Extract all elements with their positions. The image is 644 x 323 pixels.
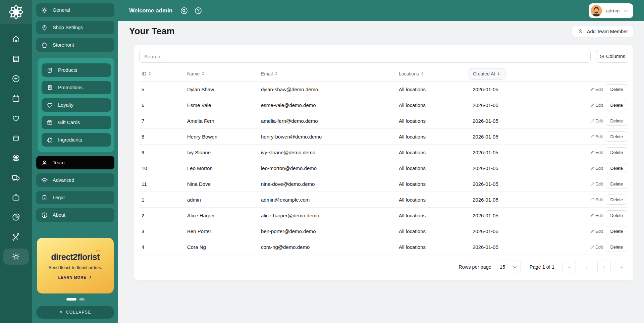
delete-button[interactable]: Delete [606,147,627,157]
sidebar-item-general[interactable]: General [36,3,114,17]
collapse-label: COLLAPSE [66,310,91,315]
sidebar-item-ingredients[interactable]: Ingredients [42,133,111,147]
cell-locations: All locations [399,102,473,108]
column-header-id[interactable]: ID [142,71,187,76]
user-menu[interactable]: admin [589,3,633,18]
edit-button[interactable]: Edit [590,245,603,250]
sidebar-item-shop-settings[interactable]: Shop Settings [36,21,114,34]
collapse-button[interactable]: « COLLAPSE [36,306,114,319]
previous-page-button[interactable]: ‹ [580,261,593,273]
briefcase-icon[interactable] [3,189,29,205]
sidebar-item-advanced[interactable]: Advanced [36,173,114,187]
chevron-down-icon [623,8,629,13]
search-icon[interactable] [180,6,189,15]
storefront-icon[interactable] [3,51,29,67]
edit-button[interactable]: Edit [590,197,603,202]
delete-button[interactable]: Delete [606,84,627,94]
puzzle-icon [46,137,53,144]
edit-button[interactable]: Edit [590,150,603,155]
cell-actions: Edit Delete [562,116,628,126]
last-page-button[interactable]: » [615,261,628,273]
sidebar-item-label: Products [58,67,77,73]
cell-locations: All locations [399,197,473,203]
columns-button[interactable]: Columns [596,50,628,63]
cell-email: cora-ng@demo.demo [261,244,399,250]
delete-button[interactable]: Delete [606,163,627,173]
edit-button[interactable]: Edit [590,118,603,123]
next-page-button[interactable]: › [597,261,611,273]
learn-more-button[interactable]: LEARN MORE [58,275,93,279]
search-input[interactable] [139,50,591,63]
sidebar-item-label: General [53,7,70,13]
delete-button[interactable]: Delete [606,210,627,220]
column-header-locations[interactable]: Locations [399,71,473,76]
sidebar-item-team[interactable]: Team [36,156,114,169]
sidebar-item-promotions[interactable]: Promotions [42,81,111,94]
settings-gear-icon[interactable] [3,249,29,265]
edit-button[interactable]: Edit [590,213,603,218]
delete-button[interactable]: Delete [606,100,627,110]
home-icon[interactable] [3,31,29,47]
cell-actions: Edit Delete [562,195,628,205]
sidebar-item-products[interactable]: Products [42,63,111,77]
inventory-box-icon[interactable] [3,130,29,146]
delete-button[interactable]: Delete [606,131,627,142]
pencil-icon [590,229,594,233]
help-icon[interactable] [194,6,203,15]
sidebar-item-label: Shop Settings [53,25,83,30]
edit-button[interactable]: Edit [590,229,603,234]
carousel-dot-active[interactable] [66,298,76,301]
calendar-icon[interactable] [3,90,29,106]
edit-button-label: Edit [595,87,603,92]
pie-chart-icon[interactable] [3,209,29,225]
sidebar-item-label: Ingredients [58,137,82,143]
user-name: admin [606,8,620,13]
sidebar-item-loyalty[interactable]: Loyalty [42,98,111,112]
delete-button[interactable]: Delete [606,226,627,236]
cell-name: Cora Ng [187,244,261,250]
carousel-dot[interactable] [79,298,85,301]
heart-icon[interactable] [3,110,29,126]
sidebar-item-about[interactable]: About [36,208,114,222]
column-header-created-at[interactable]: Created At [473,68,562,79]
edit-button[interactable]: Edit [590,181,603,186]
sidebar-item-label: About [53,212,65,218]
people-icon[interactable] [3,150,29,166]
delete-button[interactable]: Delete [606,195,627,205]
cell-name: Dylan Shaw [187,87,261,92]
first-page-button[interactable]: « [562,261,576,273]
florist-tools-icon[interactable] [3,229,29,245]
column-header-name[interactable]: Name [187,71,261,76]
edit-button[interactable]: Edit [590,103,603,108]
plus-circle-icon[interactable] [3,70,29,87]
sort-icon [148,71,152,76]
promo-card[interactable]: direct2florist Send florist-to-florist o… [37,238,114,293]
add-team-member-button[interactable]: Add Team Member [572,26,633,37]
delete-button[interactable]: Delete [606,179,627,189]
pencil-icon [590,103,594,107]
delivery-truck-icon[interactable] [3,169,29,185]
edit-button-label: Edit [595,103,603,108]
edit-button[interactable]: Edit [590,134,603,139]
edit-button[interactable]: Edit [590,87,603,92]
delete-button[interactable]: Delete [606,242,627,252]
edit-button[interactable]: Edit [590,166,603,171]
cell-actions: Edit Delete [562,179,628,189]
cell-created-at: 2026-01-05 [473,150,562,155]
add-team-member-label: Add Team Member [587,29,628,34]
cell-email: alice-harper@demo.demo [261,213,399,218]
app-logo[interactable] [0,0,32,24]
shopping-bag-icon [41,42,48,49]
cell-name: Leo Morton [187,165,261,171]
sidebar-item-storefront[interactable]: Storefront [36,38,114,52]
sidebar-item-gift-cards[interactable]: Gift Cards [42,116,111,129]
cell-created-at: 2026-01-05 [473,181,562,187]
rows-per-page-select[interactable]: 15 [495,261,521,273]
cell-locations: All locations [399,150,473,155]
table-row: 2 Alice Harper alice-harper@demo.demo Al… [139,208,628,223]
column-header-email[interactable]: Email [261,71,399,76]
cell-id: 11 [142,181,187,187]
sidebar-item-legal[interactable]: Legal [36,191,114,204]
promo-carousel-dots [36,298,114,301]
delete-button[interactable]: Delete [606,116,627,126]
